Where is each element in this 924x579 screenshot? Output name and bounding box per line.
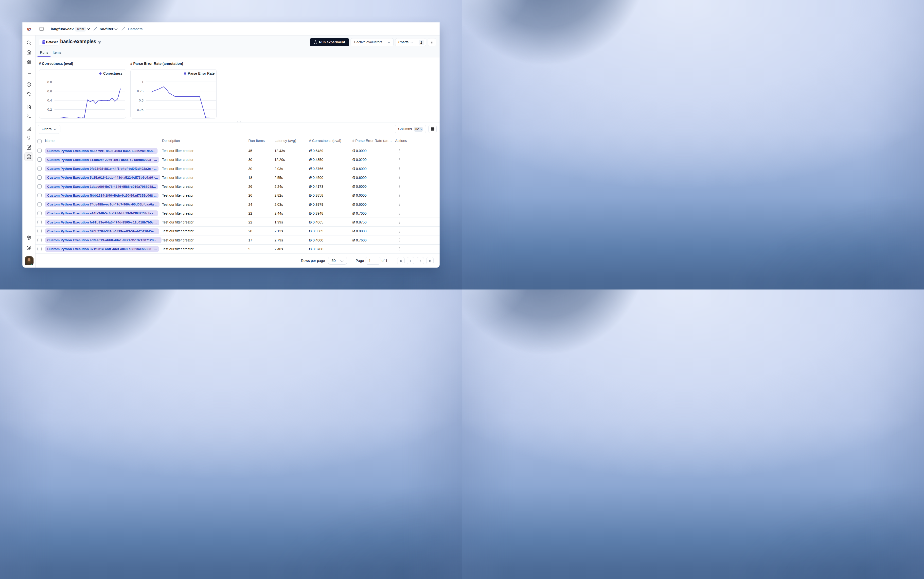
svg-text:1: 1 (141, 80, 144, 84)
svg-text:0.6: 0.6 (47, 90, 52, 93)
svg-text:Parse Error Rate: Parse Error Rate (188, 72, 215, 75)
svg-text:0.25: 0.25 (137, 108, 143, 111)
svg-text:0.75: 0.75 (137, 89, 143, 93)
svg-text:0.2: 0.2 (47, 108, 52, 111)
svg-text:0.5: 0.5 (139, 98, 144, 102)
svg-text:0.4: 0.4 (47, 98, 52, 102)
svg-text:0.8: 0.8 (47, 80, 52, 84)
svg-text:Correctness: Correctness (103, 72, 122, 75)
